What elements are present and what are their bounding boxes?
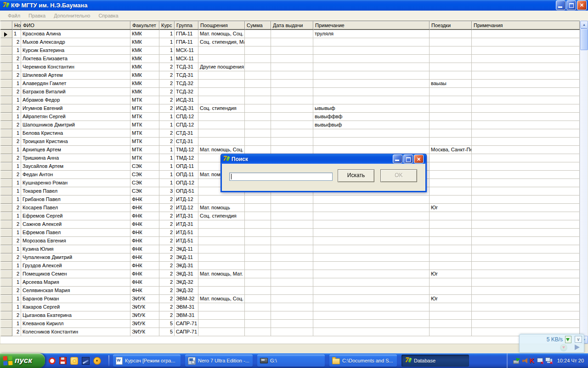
cell-kurs[interactable]: 2 (159, 88, 175, 96)
cell-gruppa[interactable]: ТМД-12 (175, 146, 198, 154)
cell-vydacha[interactable] (271, 63, 313, 71)
cell-summa[interactable] (245, 245, 271, 253)
cell-fio[interactable]: Айрапетян Сергей (21, 113, 130, 121)
cell-gruppa[interactable]: СПД-12 (175, 113, 198, 121)
cell-num[interactable]: 1 (12, 30, 21, 38)
cell-num[interactable]: 2 (12, 154, 21, 162)
cell-kurs[interactable]: 2 (159, 278, 175, 287)
cell-pooshch[interactable]: Соц. стипендия (198, 212, 245, 220)
cell-poezdki[interactable] (430, 154, 472, 162)
restore-button[interactable] (566, 0, 576, 10)
cell-vydacha[interactable] (271, 287, 313, 295)
cell-num[interactable]: 2 (12, 253, 21, 262)
cell-prim[interactable] (313, 320, 430, 328)
cell-prim2[interactable] (472, 320, 580, 328)
menu-item-help[interactable]: Справка (94, 13, 122, 18)
cell-num[interactable]: 1 (12, 46, 21, 55)
cell-poezdki[interactable] (430, 196, 472, 204)
cell-summa[interactable] (245, 229, 271, 237)
cell-fio[interactable]: Косарев Павел (21, 204, 130, 212)
cell-gruppa[interactable]: ОПД-11 (175, 162, 198, 171)
cell-pooshch[interactable] (198, 88, 245, 96)
row-indicator[interactable] (0, 278, 12, 287)
row-indicator[interactable] (0, 328, 12, 336)
cell-prim[interactable] (313, 270, 430, 278)
cell-summa[interactable] (245, 113, 271, 121)
cell-prim2[interactable] (472, 113, 580, 121)
cell-fio[interactable]: Баранов Роман (21, 295, 130, 303)
cell-pooshch[interactable]: Соц. стипендия (198, 104, 245, 113)
cell-vydacha[interactable] (271, 96, 313, 104)
cell-gruppa[interactable]: ТСД-31 (175, 71, 198, 80)
play-icon[interactable] (575, 345, 580, 350)
cell-fac[interactable]: ФНК (130, 196, 159, 204)
cell-prim2[interactable] (472, 88, 580, 96)
cell-num[interactable]: 1 (12, 196, 21, 204)
cell-gruppa[interactable]: СТД-31 (175, 138, 198, 146)
cell-prim2[interactable] (472, 278, 580, 287)
row-indicator[interactable] (0, 113, 12, 121)
cell-poezdki[interactable] (430, 237, 472, 245)
row-indicator[interactable] (0, 162, 12, 171)
cell-gruppa[interactable]: ИТД-12 (175, 196, 198, 204)
row-indicator[interactable] (0, 104, 12, 113)
cell-prim[interactable] (313, 311, 430, 320)
cell-fac[interactable]: ФНК (130, 237, 159, 245)
cell-poezdki[interactable] (430, 88, 472, 96)
cell-pooshch[interactable] (198, 237, 245, 245)
safely-remove-icon[interactable] (513, 357, 520, 364)
minimize-button[interactable] (556, 0, 565, 10)
cell-num[interactable]: 2 (12, 71, 21, 80)
cell-prim[interactable] (313, 138, 430, 146)
cell-kurs[interactable]: 1 (159, 162, 175, 171)
cell-prim2[interactable] (472, 204, 580, 212)
cell-prim[interactable] (313, 328, 430, 336)
cell-prim[interactable] (313, 55, 430, 63)
cell-num[interactable]: 2 (12, 204, 21, 212)
cell-prim2[interactable] (472, 38, 580, 46)
cell-kurs[interactable]: 1 (159, 46, 175, 55)
cell-summa[interactable] (245, 38, 271, 46)
cell-prim[interactable] (313, 295, 430, 303)
cell-poezdki[interactable]: Юг (430, 204, 472, 212)
cell-num[interactable]: 2 (12, 220, 21, 229)
row-indicator[interactable] (0, 96, 12, 104)
cell-gruppa[interactable]: ГПА-11 (175, 38, 198, 46)
cell-fac[interactable]: КМК (130, 55, 159, 63)
cell-poezdki[interactable] (430, 311, 472, 320)
cell-fio[interactable]: Шапошников Дмитрий (21, 121, 130, 129)
cell-prim2[interactable] (472, 220, 580, 229)
cell-num[interactable]: 2 (12, 121, 21, 129)
row-indicator[interactable] (0, 253, 12, 262)
cell-fio[interactable]: Архипцев Артем (21, 146, 130, 154)
cell-vydacha[interactable] (271, 303, 313, 311)
cell-fac[interactable]: ЭИУК (130, 295, 159, 303)
cell-vydacha[interactable] (271, 80, 313, 88)
cell-poezdki[interactable] (430, 287, 472, 295)
cell-gruppa[interactable]: МСХ-11 (175, 46, 198, 55)
column-header-pooshch[interactable]: Поощрения (198, 21, 245, 29)
row-indicator[interactable] (0, 245, 12, 253)
cell-num[interactable]: 2 (12, 237, 21, 245)
cell-vydacha[interactable] (271, 295, 313, 303)
cell-fac[interactable]: СЭК (130, 187, 159, 196)
cell-num[interactable]: 2 (12, 328, 21, 336)
cell-prim2[interactable] (472, 287, 580, 295)
scroll-up-button[interactable]: ▲ (580, 21, 588, 29)
cell-fac[interactable]: ФНК (130, 270, 159, 278)
opera-icon[interactable] (49, 357, 56, 364)
cell-pooshch[interactable] (198, 121, 245, 129)
row-indicator[interactable] (0, 30, 12, 38)
cell-summa[interactable] (245, 311, 271, 320)
cell-kurs[interactable]: 1 (159, 171, 175, 179)
cell-pooshch[interactable]: Другие поощрения (198, 63, 245, 71)
cell-kurs[interactable]: 1 (159, 38, 175, 46)
cell-vydacha[interactable] (271, 104, 313, 113)
amber-app-icon[interactable] (93, 357, 101, 365)
cell-fac[interactable]: ЭИУК (130, 320, 159, 328)
cell-prim2[interactable] (472, 262, 580, 270)
cell-prim2[interactable] (472, 237, 580, 245)
cell-kurs[interactable]: 2 (159, 253, 175, 262)
row-indicator[interactable] (0, 80, 12, 88)
cell-fac[interactable]: ФНК (130, 262, 159, 270)
